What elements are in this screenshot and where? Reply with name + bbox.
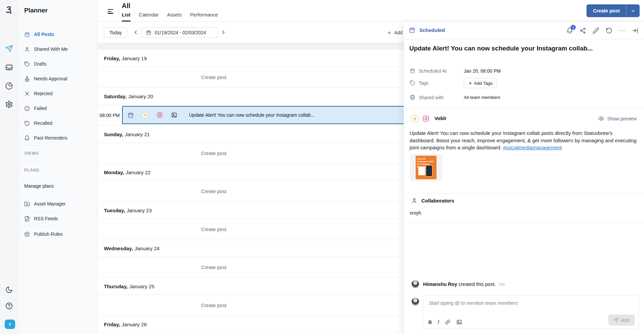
tab-calendar[interactable]: Calendar [139, 12, 159, 22]
divider [18, 195, 97, 195]
calendar-icon [410, 68, 415, 74]
divider [18, 226, 97, 226]
whats-new-badge[interactable]: v [5, 320, 15, 329]
status-label: Scheduled [419, 27, 445, 33]
sidebar-item-label: Past Reminders [34, 135, 68, 141]
tags-row: Tags Add Tags [404, 78, 644, 88]
create-post-button[interactable]: Create post [586, 4, 640, 17]
chevron-left-icon[interactable] [133, 29, 139, 35]
sidebar-item-rss-feeds[interactable]: RSS Feeds [18, 214, 97, 224]
folder-image-icon [24, 201, 30, 207]
post-media-thumbnail[interactable]: Schedule Instagram Collab Posts Within S… [410, 154, 442, 181]
notifications-bell-icon[interactable]: 1 [566, 27, 573, 34]
sidebar-item-shared-with-me[interactable]: Shared With Me [18, 44, 97, 54]
show-preview-button[interactable]: Show preview [598, 115, 637, 122]
sidebar-item-all-posts[interactable]: All Posts [18, 29, 97, 39]
page-header: All List Calendar Assets Performance Cre… [98, 0, 644, 22]
publish-icon[interactable] [5, 45, 13, 52]
sidebar-item-drafts[interactable]: Drafts [18, 59, 97, 69]
divider [18, 211, 97, 212]
sidebar-item-publish-rules[interactable]: Publish Rules [18, 229, 97, 239]
create-post-link[interactable]: Create post [201, 75, 226, 80]
image-icon[interactable] [456, 319, 462, 325]
more-options-icon[interactable] [619, 27, 626, 34]
sidebar-item-label: RSS Feeds [34, 216, 58, 221]
date-range-value: 01/19/2024 - 02/03/2024 [155, 30, 206, 35]
person-icon [411, 197, 417, 203]
inbox-icon[interactable] [5, 64, 13, 71]
panel-actions: 1 [566, 27, 639, 34]
sidebar-item-needs-approval[interactable]: Needs Approval [18, 74, 97, 84]
divider [18, 145, 97, 146]
create-post-link[interactable]: Create post [201, 227, 226, 232]
circle-arrow-icon [24, 231, 30, 237]
sidebar-item-label: Asset Manager [34, 201, 66, 207]
planner-sidebar: Planner All Posts Shared With Me Drafts … [18, 0, 98, 334]
sidebar-item-recalled[interactable]: Recalled [18, 118, 97, 128]
edit-pencil-icon[interactable] [593, 27, 599, 34]
create-post-link[interactable]: Create post [201, 189, 226, 194]
sidebar-item-label: Recalled [34, 120, 52, 126]
tags-label: Tags [419, 80, 429, 86]
comment-composer[interactable]: Start typing @ to mention team members B… [423, 295, 639, 329]
share-icon[interactable] [579, 27, 586, 34]
show-preview-label: Show preview [607, 116, 637, 121]
sidebar-item-past-reminders[interactable]: Past Reminders [18, 133, 97, 143]
tab-assets[interactable]: Assets [167, 12, 182, 22]
chevron-right-icon[interactable] [220, 29, 226, 35]
activity-entry: Himanshu Roy created this post.7m [404, 280, 644, 289]
add-tags-button[interactable]: Add Tags [464, 78, 497, 88]
link-icon[interactable] [445, 319, 451, 325]
activity-text: Himanshu Roy created this post.7m [423, 282, 505, 287]
sidebar-item-manage-plans[interactable]: Manage plans [24, 183, 54, 189]
activity-action: created this post. [457, 282, 496, 287]
eye-icon [598, 115, 604, 122]
comment-input-placeholder[interactable]: Start typing @ to mention team members [429, 300, 518, 306]
chevron-down-icon[interactable] [626, 4, 640, 17]
sidebar-item-label: Drafts [34, 61, 46, 67]
divider [404, 193, 644, 193]
close-panel-icon[interactable] [632, 27, 639, 34]
thumbnail-image: Schedule Instagram Collab Posts Within S… [416, 156, 437, 179]
post-detail-panel: Scheduled 1 Update Alert! You can now sc… [404, 22, 644, 334]
channel-row: V Voblr Show preview [404, 113, 644, 124]
dark-mode-moon-icon[interactable] [5, 286, 13, 294]
alert-circle-icon [24, 106, 30, 111]
settings-gear-icon[interactable] [5, 101, 13, 108]
help-icon[interactable] [5, 302, 13, 310]
activity-actor: Himanshu Roy [423, 282, 457, 287]
create-post-link[interactable]: Create post [201, 303, 226, 308]
hashtag-link[interactable]: #socialmediamanagement [503, 145, 562, 150]
tag-icon [410, 80, 415, 86]
panel-header: Scheduled 1 [404, 22, 644, 39]
history-icon[interactable] [606, 27, 612, 34]
sidebar-item-label: Failed [34, 106, 47, 111]
views-section-header: VIEWS [24, 151, 39, 156]
status-badge: Scheduled [409, 27, 445, 33]
create-post-link[interactable]: Create post [201, 151, 226, 156]
channel-name: Voblr [434, 116, 447, 121]
instagram-icon [422, 115, 429, 122]
sidebar-item-rejected[interactable]: Rejected [18, 88, 97, 99]
user-avatar [411, 298, 419, 306]
divider [404, 108, 644, 108]
sidebar-item-failed[interactable]: Failed [18, 103, 97, 113]
image-icon [171, 112, 177, 118]
shared-with-label: Shared with [419, 95, 444, 100]
date-range-picker[interactable]: 01/19/2024 - 02/03/2024 [141, 27, 218, 38]
bold-button[interactable]: B [428, 320, 432, 325]
create-post-label[interactable]: Create post [586, 4, 626, 17]
italic-button[interactable]: I [438, 319, 439, 325]
page-title: All [122, 2, 130, 10]
tab-list[interactable]: List [122, 12, 130, 22]
sidebar-item-label: All Posts [34, 32, 54, 37]
reports-icon[interactable] [5, 82, 13, 90]
calendar-icon [24, 32, 30, 37]
tag-icon [24, 61, 30, 67]
menu-hamburger-icon[interactable] [108, 9, 113, 15]
sidebar-item-asset-manager[interactable]: Asset Manager [18, 199, 97, 209]
create-post-link[interactable]: Create post [201, 265, 226, 270]
today-button[interactable]: Today [104, 27, 127, 38]
add-comment-button[interactable]: Add [608, 314, 635, 326]
tab-performance[interactable]: Performance [190, 12, 218, 22]
